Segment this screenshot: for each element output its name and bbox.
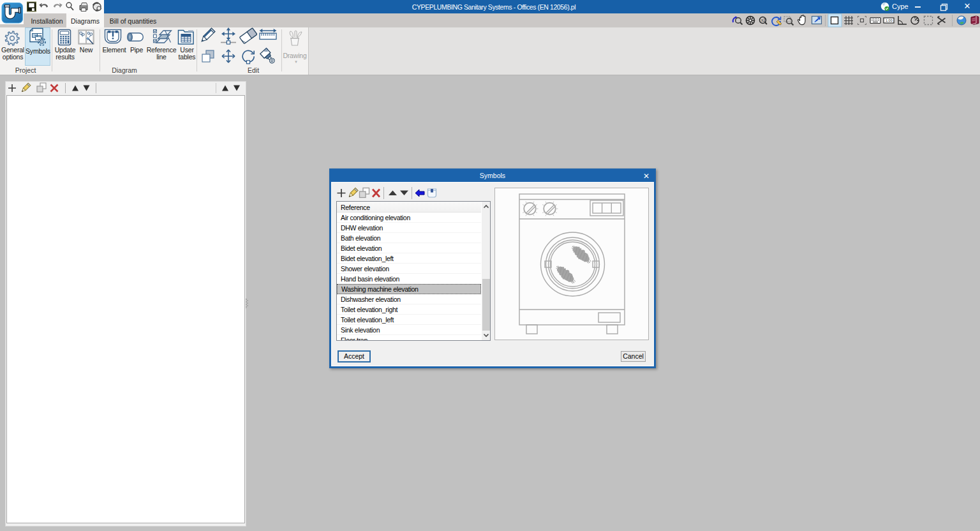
svg-text:1.00: 1.00: [886, 19, 893, 22]
svg-text:x2: x2: [761, 18, 766, 22]
